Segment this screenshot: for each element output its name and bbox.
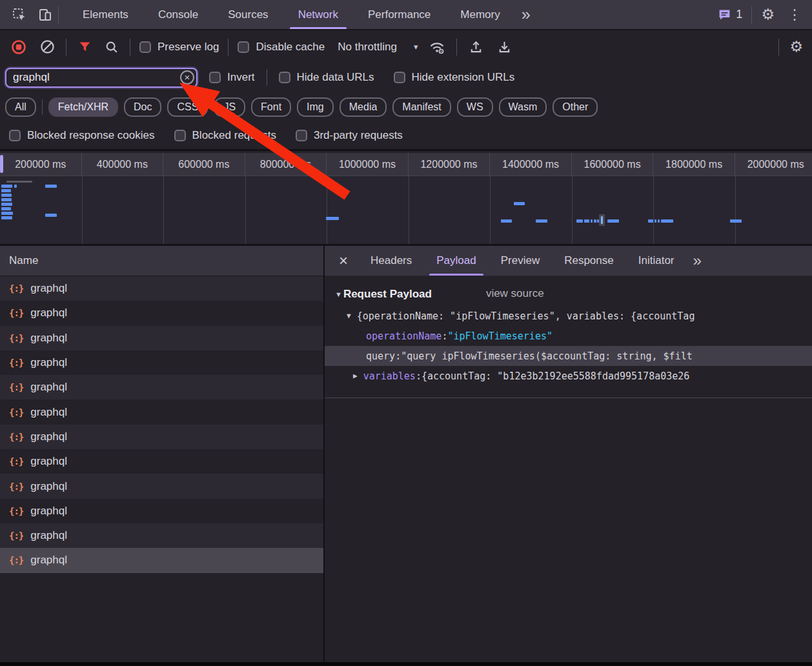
expand-triangle-icon: ▶ [353, 372, 358, 380]
timeline-tick-label: 600000 ms [178, 159, 229, 170]
tab-sources[interactable]: Sources [213, 0, 283, 29]
record-network-log-button[interactable] [9, 36, 28, 58]
detail-tab-response[interactable]: Response [552, 246, 626, 276]
waterfall-bar [1, 194, 12, 197]
filter-funnel-icon [78, 40, 92, 54]
timeline-tick-label: 1800000 ms [665, 159, 722, 170]
timeline-gridline [572, 176, 573, 244]
hide-extension-urls-checkbox[interactable]: Hide extension URLs [394, 71, 515, 84]
request-row[interactable]: {:}graphql [0, 276, 323, 301]
tab-memory[interactable]: Memory [445, 0, 514, 29]
filter-chip-media[interactable]: Media [340, 97, 387, 117]
search-button[interactable] [103, 36, 121, 58]
more-panels-icon[interactable]: » [515, 6, 536, 23]
filter-chip-all[interactable]: All [5, 97, 36, 117]
third-party-requests-checkbox[interactable]: 3rd-party requests [296, 129, 403, 142]
preserve-log-checkbox[interactable]: Preserve log [139, 41, 219, 54]
detail-tab-initiator[interactable]: Initiator [626, 246, 687, 276]
invert-checkbox[interactable]: Invert [209, 71, 255, 84]
close-details-icon[interactable]: × [329, 253, 358, 268]
request-row[interactable]: {:}graphql [0, 474, 323, 498]
detail-tab-headers[interactable]: Headers [358, 246, 424, 276]
waterfall-bar [1, 203, 12, 206]
throttling-select[interactable]: No throttling ▾ [338, 41, 418, 54]
timeline-tick: 200000 ms [0, 153, 82, 176]
payload-query-line[interactable]: query: "query ipFlowTimeseries($accountT… [325, 346, 812, 366]
filter-input[interactable] [5, 68, 198, 88]
blocked-response-cookies-checkbox[interactable]: Blocked response cookies [9, 129, 155, 142]
toolbar-divider [66, 39, 66, 56]
waterfall-bar [501, 219, 512, 223]
download-icon [497, 39, 512, 54]
message-bubble-icon [718, 8, 731, 21]
request-row[interactable]: {:}graphql [0, 350, 323, 375]
request-name: graphql [30, 332, 67, 345]
request-row[interactable]: {:}graphql [0, 425, 323, 449]
payload-operation-name-line[interactable]: operationName: "ipFlowTimeseries" [325, 326, 812, 346]
request-row[interactable]: {:}graphql [0, 499, 323, 523]
filter-chip-manifest[interactable]: Manifest [392, 97, 451, 117]
invert-label: Invert [227, 71, 255, 84]
waterfall-bar [576, 219, 583, 223]
name-column-header[interactable]: Name [0, 246, 323, 276]
filter-chip-js[interactable]: JS [214, 97, 245, 117]
more-details-tabs-icon[interactable]: » [687, 252, 707, 270]
request-payload-title[interactable]: ▼ Request Payload [335, 288, 432, 301]
timeline-tick: 1000000 ms [327, 153, 409, 176]
timeline-gridline [245, 176, 246, 244]
request-row[interactable]: {:}graphql [0, 326, 323, 350]
view-source-link[interactable]: view source [486, 287, 544, 300]
kebab-menu-icon[interactable]: ⋮ [784, 8, 806, 22]
request-row[interactable]: {:}graphql [0, 399, 323, 424]
toggle-device-toolbar-button[interactable] [32, 4, 58, 26]
tab-console[interactable]: Console [143, 0, 213, 29]
chips-divider [42, 99, 43, 115]
settings-gear-icon[interactable]: ⚙ [761, 7, 775, 22]
filter-chip-other[interactable]: Other [553, 97, 598, 117]
timeline-scroll-handle[interactable] [0, 155, 3, 173]
network-overview-timeline[interactable]: 200000 ms400000 ms600000 ms800000 ms1000… [0, 153, 812, 246]
timeline-gridline [409, 176, 409, 244]
timeline-tick: 1400000 ms [490, 153, 572, 176]
json-braces-icon: {:} [9, 333, 23, 343]
hide-data-urls-checkbox[interactable]: Hide data URLs [279, 71, 374, 84]
request-row[interactable]: {:}graphql [0, 523, 323, 548]
json-braces-icon: {:} [9, 481, 23, 492]
filter-chip-doc[interactable]: Doc [124, 97, 161, 117]
json-braces-icon: {:} [9, 530, 23, 541]
filter-button[interactable] [76, 36, 94, 58]
payload-variables-line[interactable]: ▶ variables: {accountTag: "b12e3b2192ee5… [325, 366, 812, 386]
export-har-button[interactable] [494, 36, 514, 58]
waterfall-bar [601, 216, 603, 224]
detail-tab-preview[interactable]: Preview [489, 246, 552, 276]
disable-cache-checkbox[interactable]: Disable cache [238, 41, 325, 54]
preserve-log-label: Preserve log [157, 41, 219, 54]
filter-chip-fetch-xhr[interactable]: Fetch/XHR [48, 97, 118, 117]
toolbar-divider [778, 39, 779, 56]
filter-chip-img[interactable]: Img [297, 97, 334, 117]
network-settings-gear-icon[interactable]: ⚙ [789, 39, 803, 54]
issues-button[interactable]: 1 [718, 8, 742, 21]
detail-tab-payload[interactable]: Payload [424, 246, 488, 276]
tab-elements[interactable]: Elements [68, 0, 143, 29]
network-conditions-button[interactable] [427, 36, 447, 58]
request-name: graphql [30, 356, 67, 369]
filter-chip-css[interactable]: CSS [167, 97, 208, 117]
request-row[interactable]: {:}graphql [0, 301, 323, 325]
request-row[interactable]: {:}graphql [0, 548, 323, 572]
filter-chip-wasm[interactable]: Wasm [499, 97, 547, 117]
request-row[interactable]: {:}graphql [0, 449, 323, 474]
payload-root-line[interactable]: ▼ {operationName: "ipFlowTimeseries", va… [325, 306, 812, 326]
inspect-element-button[interactable] [6, 4, 32, 26]
waterfall-bar [594, 219, 596, 223]
filter-chip-ws[interactable]: WS [457, 97, 493, 117]
blocked-requests-checkbox[interactable]: Blocked requests [174, 129, 276, 142]
filter-chip-font[interactable]: Font [251, 97, 291, 117]
clear-network-log-button[interactable] [37, 36, 57, 58]
tab-performance[interactable]: Performance [353, 0, 445, 29]
timeline-waterfall[interactable] [0, 176, 812, 244]
clear-filter-icon[interactable]: × [180, 70, 194, 85]
tab-network[interactable]: Network [283, 0, 353, 29]
request-row[interactable]: {:}graphql [0, 375, 323, 399]
import-har-button[interactable] [466, 36, 485, 58]
